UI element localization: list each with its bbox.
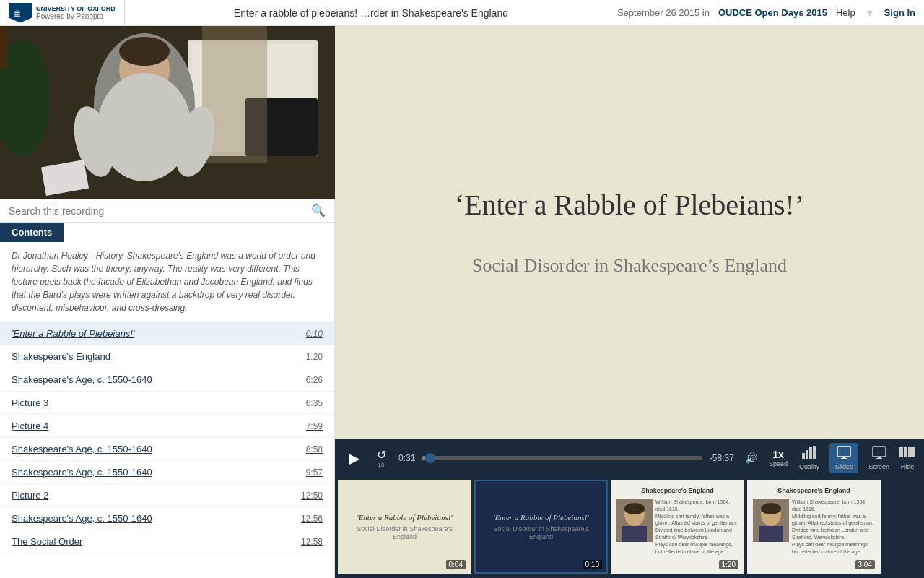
contents-item-label-2: Shakespeare's Age, c. 1550-1640 bbox=[12, 374, 152, 385]
svg-rect-23 bbox=[873, 447, 886, 457]
header: 🏛 UNIVERSITY OF OXFORD Powered by Panopt… bbox=[0, 0, 924, 26]
contents-item-label-0: 'Enter a Rabble of Plebeians!' bbox=[12, 328, 134, 339]
hide-icon bbox=[899, 446, 915, 462]
contents-description: Dr Jonathan Healey - History. Shakespear… bbox=[0, 242, 334, 322]
speed-label: Speed bbox=[769, 460, 788, 467]
thumbnail-4-body: William Shakespeare, born 1564, died 161… bbox=[753, 499, 875, 568]
contents-item-timestamp-1: 1:20 bbox=[306, 352, 323, 362]
time-remaining: -58:37 bbox=[710, 453, 734, 463]
contents-item-1[interactable]: Shakespeare's England1:20 bbox=[0, 345, 334, 368]
svg-point-37 bbox=[761, 503, 781, 514]
video-content bbox=[0, 26, 335, 199]
contents-item-timestamp-6: 9:57 bbox=[306, 467, 323, 478]
contents-item-timestamp-4: 7:59 bbox=[306, 421, 323, 431]
contents-item-0[interactable]: 'Enter a Rabble of Plebeians!'0:10 bbox=[0, 322, 334, 345]
contents-list: 'Enter a Rabble of Plebeians!'0:10Shakes… bbox=[0, 322, 334, 553]
thumbnail-4-header: Shakespeare's England bbox=[753, 486, 875, 496]
slide-title: ‘Enter a Rabble of Plebeians!’ bbox=[455, 186, 804, 224]
contents-item-5[interactable]: Shakespeare's Age, c. 1550-16408:58 bbox=[0, 438, 334, 461]
rewind-label: 10 bbox=[378, 462, 385, 468]
contents-item-timestamp-7: 12:50 bbox=[301, 491, 323, 501]
thumbnail-2-subtitle: Social Disorder in Shakespeare's England bbox=[481, 525, 601, 541]
panopto-branding: UNIVERSITY OF OXFORD Powered by Panopto bbox=[36, 5, 116, 21]
svg-text:🏛: 🏛 bbox=[14, 10, 21, 18]
svg-rect-16 bbox=[802, 453, 805, 459]
thumbnail-1-subtitle: Social Disorder in Shakespeare's England bbox=[345, 525, 464, 541]
speed-value: 1x bbox=[772, 449, 784, 460]
search-bar: 🔍 bbox=[0, 199, 334, 223]
contents-item-3[interactable]: Picture 36:35 bbox=[0, 392, 334, 415]
thumbnail-1[interactable]: 'Enter a Rabble of Plebeians!' Social Di… bbox=[338, 480, 471, 574]
svg-rect-24 bbox=[878, 457, 881, 458]
svg-point-12 bbox=[119, 37, 170, 66]
thumbnail-1-title: 'Enter a Rabble of Plebeians!' bbox=[357, 512, 452, 522]
current-time: 0:31 bbox=[398, 453, 415, 463]
svg-rect-22 bbox=[841, 458, 847, 459]
quality-icon bbox=[802, 446, 816, 462]
left-panel: 🔍 Contents Dr Jonathan Healey - History.… bbox=[0, 26, 335, 578]
contents-item-6[interactable]: Shakespeare's Age, c. 1550-16409:57 bbox=[0, 461, 334, 484]
right-panel: ‘Enter a Rabble of Plebeians!’ Social Di… bbox=[335, 26, 924, 578]
volume-button[interactable]: 🔊 bbox=[741, 448, 762, 468]
contents-item-2[interactable]: Shakespeare's Age, c. 1550-16406:26 bbox=[0, 368, 334, 392]
hide-label: Hide bbox=[901, 463, 915, 470]
header-actions: Help ▾ Sign In bbox=[836, 6, 915, 20]
slide-display: ‘Enter a Rabble of Plebeians!’ Social Di… bbox=[335, 26, 924, 439]
thumbnail-4[interactable]: Shakespeare's England William Shakespe bbox=[747, 480, 881, 574]
contents-item-timestamp-2: 6:26 bbox=[306, 375, 323, 385]
thumbnail-2[interactable]: 'Enter a Rabble of Plebeians!' Social Di… bbox=[474, 480, 608, 574]
contents-item-label-3: Picture 3 bbox=[12, 397, 48, 408]
contents-item-9[interactable]: The Social Order12:58 bbox=[0, 530, 334, 553]
contents-tab[interactable]: Contents bbox=[0, 223, 64, 242]
hide-control[interactable]: Hide bbox=[899, 446, 915, 470]
thumbnail-4-portrait bbox=[753, 499, 789, 542]
slides-label: Slides bbox=[835, 463, 853, 470]
progress-thumb[interactable] bbox=[425, 453, 435, 463]
screen-label: Screen bbox=[868, 463, 889, 470]
svg-rect-4 bbox=[0, 26, 7, 69]
contents-item-7[interactable]: Picture 212:50 bbox=[0, 484, 334, 507]
svg-rect-28 bbox=[908, 447, 912, 457]
thumbnail-3-text: William Shakespeare, born 1564, died 161… bbox=[655, 499, 738, 568]
contents-item-4[interactable]: Picture 47:59 bbox=[0, 415, 334, 438]
recording-title: Enter a rabble of plebeians! …rder in Sh… bbox=[134, 7, 609, 19]
contents-item-timestamp-9: 12:58 bbox=[301, 537, 323, 547]
slides-control[interactable]: Slides bbox=[829, 443, 859, 473]
svg-rect-25 bbox=[876, 458, 882, 459]
player-controls: ▶ ↺ 10 0:31 -58:37 🔊 1x Speed bbox=[335, 439, 924, 477]
help-button[interactable]: Help bbox=[836, 7, 855, 18]
play-icon: ▶ bbox=[349, 449, 359, 467]
thumbnail-2-title: 'Enter a Rabble of Plebeians!' bbox=[493, 512, 588, 522]
thumbnail-2-timestamp: 0:10 bbox=[583, 560, 602, 569]
search-button[interactable]: 🔍 bbox=[311, 204, 326, 217]
thumbnail-4-text: William Shakespeare, born 1564, died 161… bbox=[792, 499, 875, 568]
thumbnail-4-content: Shakespeare's England William Shakespe bbox=[749, 481, 879, 572]
signin-button[interactable]: Sign In bbox=[884, 7, 915, 18]
thumbnail-1-content: 'Enter a Rabble of Plebeians!' Social Di… bbox=[339, 481, 470, 572]
contents-item-label-4: Picture 4 bbox=[12, 420, 48, 431]
contents-item-label-7: Picture 2 bbox=[12, 490, 48, 501]
screen-icon bbox=[872, 446, 886, 462]
rewind-button[interactable]: ↺ 10 bbox=[371, 448, 391, 468]
quality-control[interactable]: Quality bbox=[799, 446, 819, 470]
event-link[interactable]: OUDCE Open Days 2015 bbox=[718, 7, 827, 18]
svg-rect-36 bbox=[759, 526, 783, 542]
rewind-icon: ↺ bbox=[377, 448, 386, 462]
thumbnail-2-content: 'Enter a Rabble of Plebeians!' Social Di… bbox=[476, 481, 606, 572]
progress-bar[interactable] bbox=[422, 456, 702, 460]
thumbnail-3-body: William Shakespeare, born 1564, died 161… bbox=[616, 499, 738, 568]
slides-icon bbox=[837, 446, 851, 462]
contents-item-label-9: The Social Order bbox=[12, 536, 82, 547]
contents-item-8[interactable]: Shakespeare's Age, c. 1550-164012:56 bbox=[0, 507, 334, 530]
oxford-logo: 🏛 UNIVERSITY OF OXFORD Powered by Panopt… bbox=[9, 0, 125, 25]
thumbnail-3-portrait bbox=[616, 499, 653, 542]
volume-icon: 🔊 bbox=[745, 452, 757, 464]
contents-item-label-5: Shakespeare's Age, c. 1550-1640 bbox=[12, 444, 152, 454]
speed-control[interactable]: 1x Speed bbox=[769, 449, 788, 467]
screen-control[interactable]: Screen bbox=[868, 446, 889, 470]
thumbnail-3[interactable]: Shakespeare's England William Shakespe bbox=[611, 480, 744, 574]
search-input[interactable] bbox=[9, 205, 311, 217]
play-button[interactable]: ▶ bbox=[344, 448, 364, 468]
contents-item-timestamp-0: 0:10 bbox=[306, 329, 323, 339]
svg-rect-29 bbox=[912, 447, 915, 457]
